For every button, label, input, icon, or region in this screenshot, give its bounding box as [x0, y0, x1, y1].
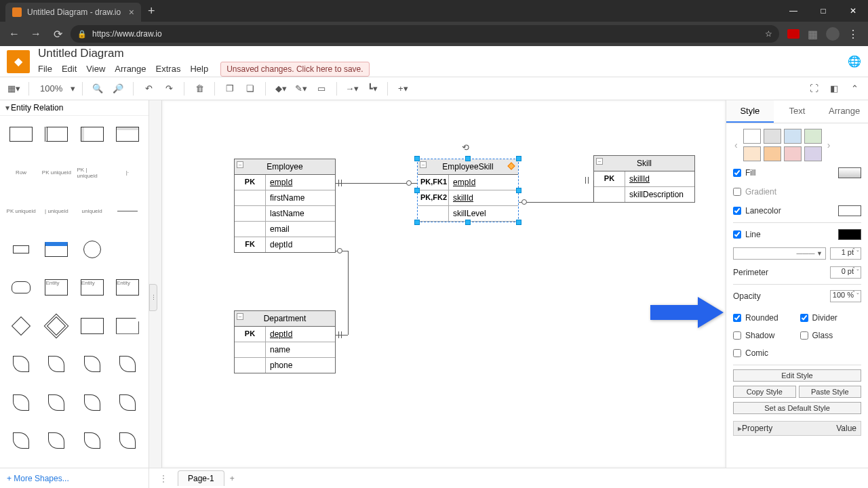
shape-item[interactable]: Entity	[112, 274, 143, 300]
fill-color-button[interactable]: ◆▾	[273, 81, 289, 97]
shape-item[interactable]	[77, 121, 108, 147]
edit-style-button[interactable]: Edit Style	[733, 369, 861, 382]
canvas-area[interactable]: ⋮ ⟲ –Employee PKempId firstName lastName…	[149, 100, 726, 468]
gradient-checkbox[interactable]	[733, 188, 741, 196]
shape-item[interactable]: PK uniqueid	[41, 160, 72, 186]
shape-item[interactable]: PK uniqueid	[5, 198, 37, 224]
menu-view[interactable]: View	[86, 64, 105, 74]
shape-item[interactable]	[41, 351, 72, 377]
shape-item[interactable]	[41, 237, 72, 262]
format-panel-button[interactable]: ◧	[826, 81, 842, 97]
delete-button[interactable]: 🗑	[191, 81, 208, 97]
shape-item[interactable]: Entity	[41, 274, 72, 300]
menu-extras[interactable]: Extras	[156, 64, 181, 74]
fill-checkbox[interactable]	[733, 169, 741, 177]
menu-edit[interactable]: Edit	[62, 64, 77, 74]
browser-tab[interactable]: Untitled Diagram - draw.io ×	[5, 3, 141, 22]
redo-button[interactable]: ↷	[161, 81, 177, 97]
divider-checkbox[interactable]	[800, 314, 808, 322]
undo-button[interactable]: ↶	[140, 81, 157, 97]
shape-item[interactable]	[112, 313, 143, 339]
close-tab-icon[interactable]: ×	[129, 7, 134, 18]
shape-item[interactable]	[5, 313, 37, 339]
shape-item[interactable]	[41, 121, 72, 147]
line-checkbox[interactable]	[733, 230, 741, 239]
swatch[interactable]	[743, 129, 761, 144]
new-tab-button[interactable]: +	[141, 4, 162, 18]
entity-employeeskill[interactable]: –EmployeeSkill PK,FK1empId PK,FK2skillId…	[417, 159, 519, 222]
entity-department[interactable]: –Department PKdeptId name phone	[234, 310, 336, 373]
opacity-input[interactable]: 100 %	[830, 290, 861, 302]
star-icon[interactable]: ☆	[765, 29, 772, 39]
to-back-button[interactable]: ❏	[242, 81, 258, 97]
page-drag-handle[interactable]: ⋮	[155, 473, 172, 484]
shape-item[interactable]	[5, 351, 37, 377]
entity-employee[interactable]: –Employee PKempId firstName lastName ema…	[234, 159, 336, 253]
property-table-header[interactable]: PropertyValue	[733, 421, 861, 436]
extension-icon[interactable]: ▦	[808, 28, 818, 41]
shape-item[interactable]	[41, 313, 72, 339]
url-field[interactable]: 🔒 https://www.draw.io ☆	[71, 25, 779, 43]
shape-item[interactable]	[112, 351, 143, 377]
lanecolor-color[interactable]	[838, 205, 861, 216]
glass-checkbox[interactable]	[800, 331, 808, 340]
language-icon[interactable]: 🌐	[848, 55, 861, 68]
shape-item[interactable]	[112, 121, 143, 147]
swatch[interactable]	[764, 129, 781, 144]
shape-item[interactable]	[5, 274, 37, 300]
shape-item[interactable]	[112, 390, 143, 415]
waypoint-button[interactable]: ┗▾	[364, 81, 380, 97]
reload-button[interactable]: ⟳	[49, 25, 66, 43]
insert-button[interactable]: +▾	[395, 81, 411, 97]
save-warning[interactable]: Unsaved changes. Click here to save.	[220, 62, 369, 77]
rounded-checkbox[interactable]	[733, 314, 741, 322]
view-mode-button[interactable]: ▦▾	[5, 81, 22, 97]
shape-item[interactable]	[77, 428, 108, 453]
forward-button[interactable]: →	[27, 25, 45, 43]
back-button[interactable]: ←	[5, 25, 23, 43]
shape-item[interactable]	[41, 390, 72, 415]
fullscreen-button[interactable]: ⛶	[806, 81, 822, 97]
zoom-out-button[interactable]: 🔎	[110, 81, 126, 97]
paste-style-button[interactable]: Paste Style	[799, 386, 862, 398]
shape-item[interactable]	[5, 390, 37, 415]
shape-item[interactable]	[77, 313, 108, 339]
rotate-icon[interactable]: ⟲	[462, 142, 469, 152]
set-default-style-button[interactable]: Set as Default Style	[733, 402, 861, 414]
app-logo-icon[interactable]: ◆	[7, 50, 30, 73]
shape-item[interactable]	[41, 428, 72, 453]
menu-file[interactable]: File	[38, 64, 52, 74]
shape-item[interactable]: uniqueid	[77, 198, 108, 224]
shape-item[interactable]	[77, 390, 108, 415]
copy-style-button[interactable]: Copy Style	[733, 386, 796, 398]
tab-arrange[interactable]: Arrange	[821, 100, 868, 123]
panel-collapse-handle[interactable]: ⋮	[149, 284, 157, 311]
connector[interactable]	[519, 202, 593, 203]
zoom-in-button[interactable]: 🔍	[90, 81, 106, 97]
swatch[interactable]	[804, 129, 822, 144]
page-tab[interactable]: Page-1	[178, 470, 224, 486]
window-minimize-button[interactable]: ―	[778, 0, 808, 22]
swatch-next-button[interactable]: ›	[826, 140, 832, 150]
swatch[interactable]	[804, 146, 822, 161]
shape-item[interactable]: Entity	[77, 274, 108, 300]
shape-item[interactable]	[77, 237, 108, 262]
swatch[interactable]	[784, 129, 802, 144]
shadow-button[interactable]: ▭	[313, 81, 330, 97]
comic-checkbox[interactable]	[733, 349, 741, 357]
swatch[interactable]	[784, 146, 802, 161]
shapes-section-header[interactable]: Entity Relation	[0, 100, 149, 116]
window-close-button[interactable]: ✕	[838, 0, 868, 22]
shape-item[interactable]	[5, 237, 37, 262]
lanecolor-checkbox[interactable]	[733, 207, 741, 215]
add-page-button[interactable]: +	[230, 474, 235, 483]
line-color-button[interactable]: ✎▾	[293, 81, 309, 97]
shape-item[interactable]	[112, 198, 143, 224]
swatch-prev-button[interactable]: ‹	[733, 140, 739, 150]
shape-item[interactable]: PK | uniqueid	[77, 160, 108, 186]
zoom-select[interactable]: 100%	[36, 82, 66, 95]
shape-item[interactable]: |·	[112, 160, 143, 186]
shape-item[interactable]	[77, 351, 108, 377]
perimeter-input[interactable]: 0 pt	[830, 266, 861, 279]
menu-icon[interactable]: ⋮	[848, 28, 859, 41]
